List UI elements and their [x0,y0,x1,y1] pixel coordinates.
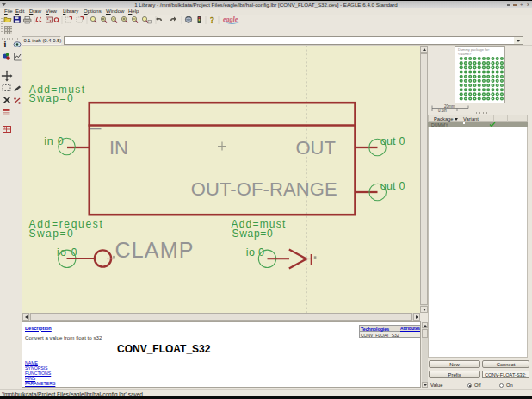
svg-text:eagle: eagle [223,16,238,23]
svg-text:OUT-OF-RANGE: OUT-OF-RANGE [191,178,337,200]
svg-text:Swap=0: Swap=0 [232,228,274,240]
svg-text:?: ? [210,16,214,25]
svg-text:IN: IN [109,137,128,159]
svg-text:out 0: out 0 [380,135,405,147]
svg-text:i: i [4,40,7,49]
svg-text:Swap=0: Swap=0 [28,92,74,104]
svg-text:io 0: io 0 [57,246,78,259]
svg-text:out 0: out 0 [380,180,405,192]
svg-text:in 0: in 0 [44,135,64,147]
svg-text:0.5in: 0.5in [438,109,447,113]
svg-text:CLAMP: CLAMP [115,238,195,262]
svg-text:OUT: OUT [296,137,336,159]
svg-text:Swap=0: Swap=0 [28,228,74,240]
